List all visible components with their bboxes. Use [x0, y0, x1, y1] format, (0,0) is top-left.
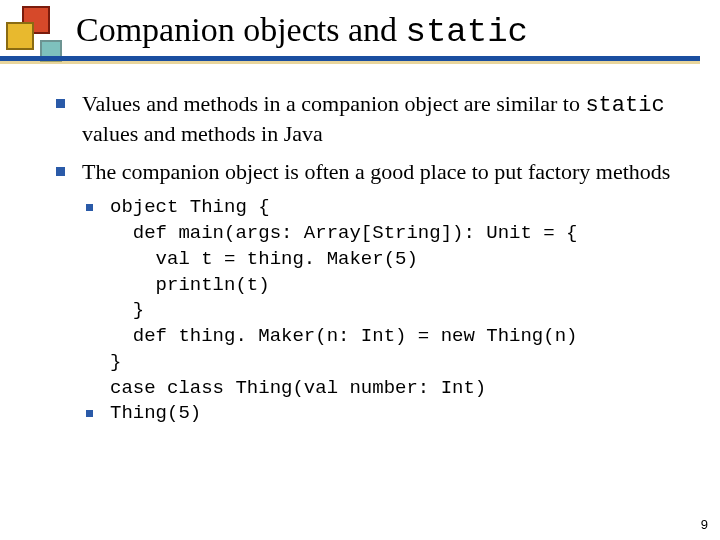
bullet-item: The companion object is often a good pla…: [50, 158, 690, 426]
title-text: Companion objects and: [76, 11, 406, 48]
code-line: }: [82, 351, 690, 375]
slide-body: Values and methods in a companion object…: [50, 90, 690, 436]
title-underline: [0, 56, 700, 61]
slide-title: Companion objects and static: [76, 12, 528, 51]
page-number: 9: [701, 517, 708, 532]
bullet-code-word: static: [585, 93, 664, 118]
code-line: def main(args: Array[String]): Unit = {: [82, 222, 690, 246]
code-line: val t = thing. Maker(5): [82, 248, 690, 272]
code-block: object Thing { def main(args: Array[Stri…: [82, 196, 690, 426]
bullet-item: Values and methods in a companion object…: [50, 90, 690, 148]
bullet-text: values and methods in Java: [82, 121, 323, 146]
bullet-text: Values and methods in a companion object…: [82, 91, 585, 116]
code-line: println(t): [82, 274, 690, 298]
bullet-text: The companion object is often a good pla…: [82, 159, 670, 184]
title-area: Companion objects and static: [0, 8, 720, 68]
code-line: case class Thing(val number: Int): [82, 377, 690, 401]
title-code-word: static: [406, 13, 528, 51]
code-line: def thing. Maker(n: Int) = new Thing(n): [82, 325, 690, 349]
code-result: Thing(5): [82, 402, 690, 426]
code-line: object Thing {: [82, 196, 690, 220]
bullet-list: Values and methods in a companion object…: [50, 90, 690, 426]
slide: Companion objects and static Values and …: [0, 0, 720, 540]
code-line: }: [82, 299, 690, 323]
